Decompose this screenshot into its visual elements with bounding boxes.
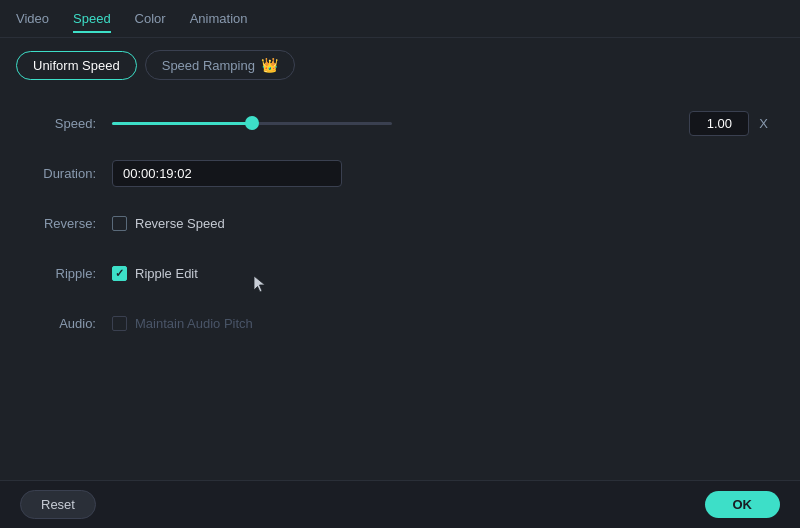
duration-input[interactable] xyxy=(112,160,342,187)
reverse-label: Reverse: xyxy=(32,216,112,231)
duration-row: Duration: xyxy=(32,158,768,188)
ok-button[interactable]: OK xyxy=(705,491,781,518)
ripple-row: Ripple: Ripple Edit xyxy=(32,258,768,288)
top-tab-bar: Video Speed Color Animation xyxy=(0,0,800,38)
reverse-row: Reverse: Reverse Speed xyxy=(32,208,768,238)
ripple-checkbox-label[interactable]: Ripple Edit xyxy=(135,266,198,281)
audio-label: Audio: xyxy=(32,316,112,331)
speed-slider-container xyxy=(112,122,679,125)
reverse-control: Reverse Speed xyxy=(112,216,768,231)
duration-control xyxy=(112,160,768,187)
speed-control: X xyxy=(112,111,768,136)
speed-x-label: X xyxy=(759,116,768,131)
audio-checkbox-label: Maintain Audio Pitch xyxy=(135,316,253,331)
audio-control: Maintain Audio Pitch xyxy=(112,316,768,331)
speed-row: Speed: X xyxy=(32,108,768,138)
ripple-label: Ripple: xyxy=(32,266,112,281)
tab-speed[interactable]: Speed xyxy=(73,5,111,32)
reset-button[interactable]: Reset xyxy=(20,490,96,519)
sub-tab-uniform-label: Uniform Speed xyxy=(33,58,120,73)
sub-tab-bar: Uniform Speed Speed Ramping 👑 xyxy=(0,38,800,92)
bottom-bar: Reset OK xyxy=(0,480,800,528)
audio-checkbox-row: Maintain Audio Pitch xyxy=(112,316,253,331)
ripple-checkbox-row: Ripple Edit xyxy=(112,266,198,281)
speed-slider-thumb[interactable] xyxy=(245,116,259,130)
tab-color[interactable]: Color xyxy=(135,5,166,32)
reverse-checkbox-label[interactable]: Reverse Speed xyxy=(135,216,225,231)
sub-tab-uniform[interactable]: Uniform Speed xyxy=(16,51,137,80)
crown-icon: 👑 xyxy=(261,57,278,73)
speed-slider-fill xyxy=(112,122,252,125)
ripple-checkbox[interactable] xyxy=(112,266,127,281)
mouse-cursor-icon xyxy=(252,274,268,294)
audio-row: Audio: Maintain Audio Pitch xyxy=(32,308,768,338)
tab-video[interactable]: Video xyxy=(16,5,49,32)
tab-animation[interactable]: Animation xyxy=(190,5,248,32)
speed-label: Speed: xyxy=(32,116,112,131)
reverse-checkbox-row: Reverse Speed xyxy=(112,216,225,231)
speed-slider-track[interactable] xyxy=(112,122,392,125)
ripple-control: Ripple Edit xyxy=(112,266,768,281)
audio-checkbox[interactable] xyxy=(112,316,127,331)
sub-tab-ramping-label: Speed Ramping xyxy=(162,58,255,73)
speed-value-input[interactable] xyxy=(689,111,749,136)
duration-label: Duration: xyxy=(32,166,112,181)
reverse-checkbox[interactable] xyxy=(112,216,127,231)
content-area: Speed: X Duration: Reverse: Reverse Spee… xyxy=(0,92,800,374)
sub-tab-ramping[interactable]: Speed Ramping 👑 xyxy=(145,50,295,80)
